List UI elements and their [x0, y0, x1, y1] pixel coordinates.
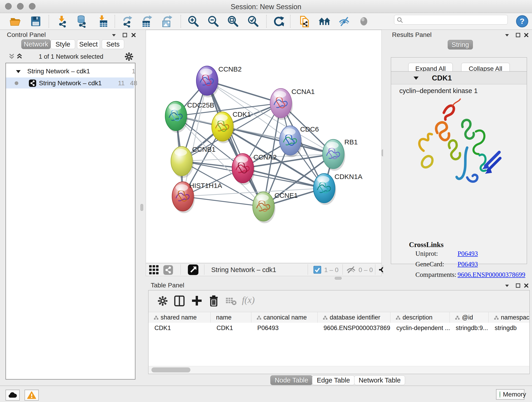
show-columns-icon[interactable]: [174, 295, 185, 306]
tab-network[interactable]: Network: [21, 39, 51, 49]
gear-icon[interactable]: [125, 52, 133, 61]
column-header-namespace[interactable]: namespace: [489, 312, 530, 323]
export-image-icon[interactable]: [160, 15, 173, 28]
control-panel: Control Panel Network Style Select Sets …: [0, 30, 142, 385]
panel-close-icon[interactable]: [523, 283, 529, 288]
selected-nodes-checkbox-icon[interactable]: [313, 266, 321, 274]
column-header-shared-name[interactable]: shared name: [148, 312, 210, 323]
left-splitter-handle[interactable]: [140, 204, 143, 211]
section-expander-icon[interactable]: [413, 76, 419, 81]
panel-float-icon[interactable]: [515, 283, 521, 288]
crosslink-uniprot-link[interactable]: P06493: [457, 250, 478, 257]
column-header-database-identifier[interactable]: database identifier: [317, 312, 390, 323]
column-type-icon: [494, 316, 499, 319]
tab-network-table[interactable]: Network Table: [354, 375, 405, 385]
column-header-canonical-name[interactable]: canonical name: [251, 312, 317, 323]
delete-column-trash-icon[interactable]: [209, 295, 219, 306]
svg-text:CCNE1: CCNE1: [274, 191, 298, 199]
svg-text:CDC25B: CDC25B: [187, 101, 214, 109]
panel-menu-icon[interactable]: [111, 32, 117, 38]
open-session-icon[interactable]: [9, 15, 22, 28]
gene-section-header[interactable]: CDK1: [391, 71, 527, 84]
zoom-selected-icon[interactable]: [247, 15, 259, 28]
column-header--id[interactable]: @id: [450, 312, 489, 323]
warnings-button[interactable]: [25, 390, 39, 401]
panel-float-icon[interactable]: [122, 32, 128, 38]
tab-string[interactable]: String: [448, 40, 473, 50]
string-network-icon: [29, 80, 36, 87]
import-table-icon[interactable]: [96, 15, 109, 28]
hide-labels-eye-icon[interactable]: [338, 15, 351, 28]
expand-all-icon[interactable]: [16, 53, 23, 60]
crosslink-compartments-link[interactable]: 9606.ENSP00000378699: [457, 271, 525, 279]
svg-text:CCNA1: CCNA1: [291, 88, 315, 95]
tab-select[interactable]: Select: [77, 39, 100, 49]
panel-close-icon[interactable]: [523, 32, 529, 38]
export-network-icon[interactable]: [121, 15, 133, 28]
horizontal-scrollbar[interactable]: [149, 366, 529, 374]
scrollbar-thumb[interactable]: [152, 367, 190, 372]
cloud-button[interactable]: [6, 390, 20, 401]
network-node-CCNE1: CCNE1: [253, 191, 298, 223]
save-session-icon[interactable]: [29, 15, 42, 28]
column-header-name[interactable]: name: [210, 312, 251, 323]
export-table-icon[interactable]: [140, 15, 153, 28]
zoom-in-icon[interactable]: [187, 15, 200, 28]
bottom-splitter-handle[interactable]: [335, 277, 342, 280]
birdseye-toggle-icon[interactable]: [188, 264, 198, 275]
zoom-out-icon[interactable]: [207, 15, 220, 28]
memory-status-icon: [500, 391, 500, 398]
share-view-icon[interactable]: [163, 265, 173, 275]
title-bar: Session: New Session: [0, 0, 532, 13]
svg-text:CCNA2: CCNA2: [253, 153, 277, 161]
crosslink-genecard-link[interactable]: P06493: [457, 260, 478, 268]
cell-name[interactable]: CDK1: [210, 323, 251, 333]
cell-namespace[interactable]: stringdb: [489, 323, 530, 333]
panel-float-icon[interactable]: [515, 32, 521, 38]
help-icon[interactable]: ?: [516, 15, 528, 27]
node-count: 11: [113, 80, 125, 87]
add-column-plus-icon[interactable]: [191, 295, 202, 306]
cell--id[interactable]: stringdb:9...: [450, 323, 489, 333]
column-header-description[interactable]: description: [390, 312, 450, 323]
cell-canonical-name[interactable]: P06493: [251, 323, 317, 333]
import-network-database-icon[interactable]: [75, 15, 88, 28]
results-panel-title: Results Panel: [392, 31, 432, 38]
search-field[interactable]: [394, 15, 508, 25]
hidden-nodes-eye-icon[interactable]: [346, 266, 356, 274]
clone-network-icon[interactable]: [298, 15, 311, 28]
panel-menu-icon[interactable]: [504, 32, 510, 38]
toolbar-separator: [181, 264, 181, 275]
tree-expander-icon[interactable]: [16, 69, 21, 74]
panel-close-icon[interactable]: [131, 32, 137, 38]
network-status-dot-icon: [15, 81, 18, 85]
tab-node-table[interactable]: Node Table: [270, 375, 312, 385]
collapse-all-icon[interactable]: [8, 53, 15, 60]
cell-shared-name[interactable]: CDK1: [148, 323, 210, 333]
homology-houses-icon[interactable]: [318, 15, 331, 28]
grid-view-icon[interactable]: [149, 265, 159, 275]
refresh-network-icon[interactable]: [272, 15, 285, 28]
network-node-HIST1H1A: HIST1H1A: [172, 182, 222, 213]
tree-row-collection[interactable]: String Network – cdk1 1: [6, 65, 134, 77]
zoom-fit-icon[interactable]: [226, 15, 239, 28]
tab-edge-table[interactable]: Edge Table: [312, 375, 355, 385]
tab-sets[interactable]: Sets: [102, 39, 124, 49]
import-network-file-icon[interactable]: [56, 15, 68, 28]
tab-style[interactable]: Style: [51, 39, 75, 49]
search-input[interactable]: [405, 16, 504, 23]
gray-eye-icon[interactable]: [357, 15, 370, 28]
table-settings-gear-icon[interactable]: [158, 296, 168, 306]
memory-button[interactable]: Memory: [496, 389, 525, 400]
selected-count: 1 – 0: [324, 266, 338, 274]
table-row[interactable]: CDK1CDK1P064939606.ENSP00000378699cyclin…: [148, 323, 530, 333]
cell-description[interactable]: cyclin-dependent ...: [390, 323, 450, 333]
cell-database-identifier[interactable]: 9606.ENSP00000378699: [317, 323, 390, 333]
network-canvas[interactable]: CCNB2CCNA1CDC25BCDK1CDC6RB1CCNB1CCNA2CDK…: [146, 30, 382, 263]
panel-menu-icon[interactable]: [504, 283, 510, 288]
svg-text:CCNB2: CCNB2: [218, 65, 242, 73]
gene-name: CDK1: [432, 74, 452, 82]
tree-row-network[interactable]: String Network – cdk1 11 48: [6, 77, 134, 89]
string-network-view[interactable]: CCNB2CCNA1CDC25BCDK1CDC6RB1CCNB1CCNA2CDK…: [146, 30, 381, 263]
network-label: String Network – cdk1: [39, 80, 102, 87]
